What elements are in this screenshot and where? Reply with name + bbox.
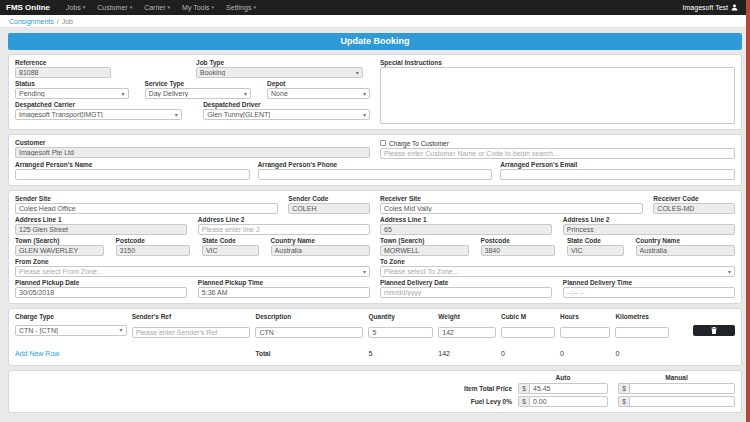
total-label: Total (255, 350, 273, 357)
chevron-down-icon: ▾ (244, 91, 247, 97)
trash-icon (711, 327, 717, 334)
sender-postcode-input[interactable] (116, 245, 191, 256)
sender-address2-input[interactable] (198, 224, 370, 235)
depot-label: Depot (267, 80, 370, 87)
job-type-select[interactable]: Booking ▾ (196, 67, 363, 78)
senders-ref-input[interactable] (132, 327, 251, 338)
sender-code-label: Sender Code (288, 195, 370, 202)
depot-select[interactable]: None ▾ (267, 88, 370, 99)
despatched-carrier-label: Despatched Carrier (15, 101, 182, 108)
manual-column-header: Manual (618, 374, 735, 381)
arranged-name-input[interactable] (15, 169, 250, 180)
arranged-phone-label: Arranged Person's Phone (258, 161, 493, 168)
charge-to-customer-search-input[interactable] (380, 148, 735, 159)
breadcrumb-consignments[interactable]: Consignments (9, 18, 54, 25)
special-instructions-label: Special Instructions (380, 59, 735, 66)
arranged-phone-input[interactable] (258, 169, 493, 180)
planned-delivery-date-input[interactable] (380, 287, 552, 298)
weight-header: Weight (438, 313, 496, 320)
sender-town-label: Town (Search) (15, 237, 104, 244)
cubic-m-input[interactable] (501, 327, 555, 338)
page-title: Update Booking (8, 33, 742, 50)
description-input[interactable] (255, 327, 363, 338)
sender-country-input[interactable] (271, 245, 370, 256)
sender-code-input[interactable] (288, 203, 370, 214)
chevron-down-icon: ▾ (363, 91, 366, 97)
receiver-address1-input[interactable] (380, 224, 552, 235)
receiver-country-label: Country Name (636, 237, 735, 244)
chevron-down-icon: ▾ (212, 5, 215, 10)
kilometres-input[interactable] (615, 327, 669, 338)
to-zone-select[interactable]: Please select To Zone... ▾ (380, 266, 735, 277)
reference-label: Reference (15, 59, 111, 66)
receiver-column: Receiver Site Receiver Code Address Line… (380, 193, 735, 298)
breadcrumb-separator: / (57, 18, 59, 25)
delete-row-button[interactable] (693, 325, 735, 336)
currency-symbol: $ (518, 396, 529, 407)
nav-settings[interactable]: Settings▾ (220, 4, 262, 11)
total-weight: 142 (438, 350, 453, 357)
weight-input[interactable] (438, 327, 496, 338)
planned-pickup-date-input[interactable] (15, 287, 187, 298)
charge-type-select[interactable]: CTN - [CTN] ▾ (15, 325, 127, 336)
special-instructions-textarea[interactable] (380, 67, 735, 124)
chevron-down-icon: ▾ (83, 5, 86, 10)
receiver-state-input[interactable] (567, 245, 624, 256)
user-menu[interactable]: Imagesoft Test (683, 4, 744, 11)
to-zone-label: To Zone (380, 258, 735, 265)
receiver-postcode-input[interactable] (481, 245, 556, 256)
despatched-carrier-select[interactable]: Imagesoft Transport[IMGT] ▾ (15, 109, 182, 120)
main-content: Update Booking Reference Job Type Bookin… (0, 28, 750, 413)
planned-pickup-time-input[interactable] (198, 287, 370, 298)
auto-column-header: Auto (518, 374, 608, 381)
sender-town-input[interactable] (15, 245, 104, 256)
nav-jobs[interactable]: Jobs▾ (60, 4, 91, 11)
from-zone-select[interactable]: Please select From Zone... ▾ (15, 266, 370, 277)
status-select[interactable]: Pending ▾ (15, 88, 129, 99)
sender-site-input[interactable] (15, 203, 278, 214)
fuel-levy-manual-input[interactable] (629, 396, 735, 407)
receiver-address2-input[interactable] (563, 224, 735, 235)
sender-state-input[interactable] (202, 245, 259, 256)
customer-label: Customer (15, 139, 370, 146)
receiver-code-label: Receiver Code (653, 195, 735, 202)
despatched-driver-select[interactable]: Glen Tunny[GLENT] ▾ (203, 109, 370, 120)
breadcrumb-current: Job (62, 18, 73, 25)
planned-delivery-time-input[interactable] (563, 287, 735, 298)
receiver-town-label: Town (Search) (380, 237, 469, 244)
fuel-levy-auto-input[interactable] (529, 396, 608, 407)
item-total-price-row: Item Total Price $ $ (15, 383, 735, 394)
receiver-town-input[interactable] (380, 245, 469, 256)
nav-carrier[interactable]: Carrier▾ (138, 4, 176, 11)
planned-pickup-time-label: Planned Pickup Time (198, 279, 370, 286)
item-total-price-auto-input[interactable] (529, 383, 608, 394)
fuel-levy-label: Fuel Levy 0% (471, 398, 512, 405)
receiver-site-input[interactable] (380, 203, 643, 214)
charge-to-customer-label: Charge To Customer (389, 140, 449, 147)
nav-customer[interactable]: Customer▾ (91, 4, 138, 11)
currency-symbol: $ (618, 383, 629, 394)
receiver-country-input[interactable] (636, 245, 735, 256)
nav-my-tools[interactable]: My Tools▾ (176, 4, 220, 11)
from-zone-label: From Zone (15, 258, 370, 265)
cubic-m-header: Cubic M (501, 313, 555, 320)
add-new-row-link[interactable]: Add New Row (15, 350, 59, 357)
fuel-levy-row: Fuel Levy 0% $ $ (15, 396, 735, 407)
quantity-input[interactable] (368, 327, 433, 338)
description-header: Description (255, 313, 363, 320)
hours-input[interactable] (560, 327, 610, 338)
chevron-down-icon: ▾ (728, 269, 731, 275)
app-brand[interactable]: FMS Online (6, 3, 50, 12)
charge-to-customer-checkbox[interactable] (380, 140, 386, 146)
service-type-select[interactable]: Day Delivery ▾ (145, 88, 252, 99)
receiver-code-input[interactable] (653, 203, 735, 214)
chevron-down-icon: ▾ (175, 112, 178, 118)
receiver-address1-label: Address Line 1 (380, 216, 552, 223)
item-total-price-manual-input[interactable] (629, 383, 735, 394)
arranged-email-input[interactable] (500, 169, 735, 180)
reference-input[interactable] (15, 67, 111, 78)
customer-input[interactable] (15, 147, 370, 158)
receiver-site-label: Receiver Site (380, 195, 643, 202)
sender-address1-input[interactable] (15, 224, 187, 235)
pricing-header-row: Auto Manual (15, 374, 735, 381)
